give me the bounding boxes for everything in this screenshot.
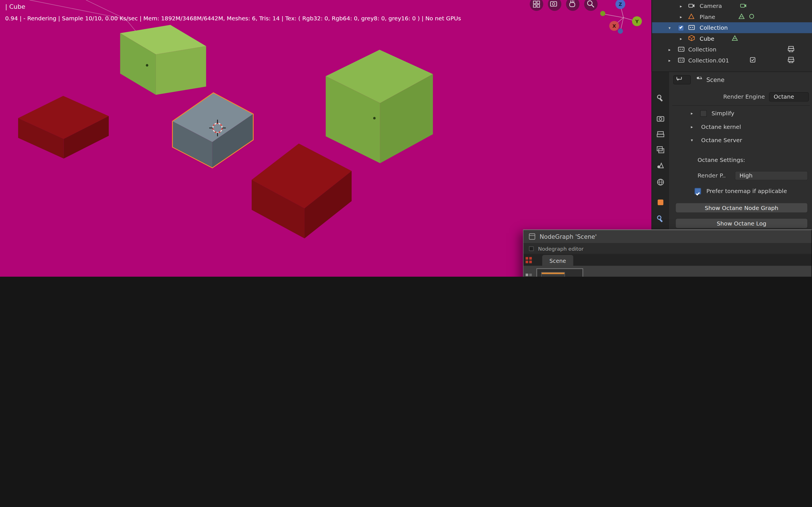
selected-gray-cube[interactable]: [173, 93, 253, 168]
outliner-label[interactable]: Collection: [688, 46, 716, 53]
nodegraph-editor-label: Nodegraph editor: [538, 246, 583, 251]
prefer-tonemap-label: Prefer tonemap if applicable: [706, 188, 787, 195]
render-priority-label: Render P..: [698, 172, 726, 179]
axis-y-label: Y: [635, 19, 639, 24]
outliner-label[interactable]: Camera: [700, 3, 722, 9]
scene-breadcrumb-label[interactable]: Scene: [706, 76, 725, 83]
prefer-tonemap-checkbox[interactable]: [694, 188, 701, 195]
render-visibility-icon[interactable]: [788, 46, 795, 53]
mesh-data-icon[interactable]: [732, 35, 738, 42]
simplify-label: Simplify: [711, 110, 734, 117]
octane-kernel-row[interactable]: ▸ Octane kernel: [669, 122, 812, 132]
axis-neg-y-ball[interactable]: [600, 11, 605, 16]
render-visibility-icon[interactable]: [788, 57, 795, 64]
outliner-row-plane[interactable]: ▸ Plane: [652, 11, 812, 22]
scene-tab-icon[interactable]: [656, 161, 666, 170]
properties-editor: Scene Render Engine Octane ▸ Simplify ▸ …: [651, 71, 812, 229]
render-stats: 0.94 | - Rendering | Sample 10/10, 0.00 …: [5, 15, 461, 22]
world-tab-icon[interactable]: [656, 178, 666, 187]
simplify-row[interactable]: ▸ Simplify: [669, 108, 812, 119]
tool-tab-icon[interactable]: [656, 94, 666, 103]
outliner-row-cube[interactable]: ▸ Cube: [652, 33, 812, 44]
collection-checkbox[interactable]: [678, 24, 684, 31]
mesh-plane-icon: [688, 13, 694, 21]
collection-icon: [678, 70, 685, 71]
nodegraph-minimap[interactable]: [537, 269, 583, 277]
outliner-row-partial[interactable]: [652, 66, 812, 71]
outliner-row-collection-001[interactable]: ▸ Collection.001: [652, 55, 812, 66]
prefer-tonemap-row[interactable]: Prefer tonemap if applicable: [669, 186, 812, 196]
properties-tab-strip: [652, 72, 669, 230]
show-node-graph-button[interactable]: Show Octane Node Graph: [675, 203, 808, 213]
graph-list-icon[interactable]: [525, 257, 533, 265]
octane-server-label: Octane Server: [701, 137, 742, 144]
render-priority-dropdown[interactable]: High: [735, 171, 808, 180]
outliner-row-collection-active[interactable]: ▾ Collection: [652, 22, 812, 33]
minimap-node: [541, 272, 565, 277]
separator: [672, 105, 810, 106]
zoom-icon[interactable]: [584, 0, 598, 11]
camera-data-icon[interactable]: [740, 2, 747, 10]
expand-icon[interactable]: ▸: [680, 14, 682, 19]
nodegraph-title: NodeGraph 'Scene': [540, 233, 597, 240]
octane-settings-label: Octane Settings:: [698, 157, 745, 164]
object-tab-icon[interactable]: [656, 198, 666, 207]
expand-icon[interactable]: ▾: [669, 25, 671, 30]
mesh-data-icon[interactable]: [739, 13, 745, 21]
red-cube-center[interactable]: [252, 144, 352, 238]
axis-neg-z-ball[interactable]: [618, 29, 623, 34]
green-cube-right[interactable]: [326, 50, 433, 163]
render-engine-dropdown[interactable]: Octane: [769, 92, 809, 102]
red-cube-left[interactable]: [18, 96, 109, 159]
tex-thumb-icon[interactable]: [525, 273, 533, 277]
mesh-cube-icon: [688, 35, 695, 43]
render-priority-row: Render P.. High: [669, 170, 812, 181]
right-panel: ▸ Camera ▸ Plane: [651, 0, 812, 229]
properties-content: Scene Render Engine Octane ▸ Simplify ▸ …: [669, 72, 812, 229]
outliner-row-collection-2[interactable]: ▸ Collection: [652, 44, 812, 55]
window-icon: [529, 233, 536, 240]
render-engine-row: Render Engine Octane: [669, 92, 812, 102]
editor-icon: [529, 246, 534, 251]
exclude-checkbox-icon[interactable]: [750, 57, 755, 64]
axis-z-label: Z: [619, 2, 622, 7]
nodegraph-subbar: Nodegraph editor: [524, 244, 811, 255]
nodegraph-window[interactable]: NodeGraph 'Scene' Nodegraph editor Scene: [523, 229, 812, 277]
pan-hand-icon[interactable]: [566, 0, 579, 11]
blender-window: Z Y X | Cube 0.94 | - Rendering | Sample…: [0, 0, 812, 277]
expand-icon[interactable]: ▸: [669, 58, 671, 63]
grid-snap-icon[interactable]: [530, 0, 544, 11]
modifier-tab-icon[interactable]: [656, 215, 666, 224]
octane-settings-row: Octane Settings:: [669, 155, 812, 165]
editor-type-selector[interactable]: [673, 75, 691, 84]
nodegraph-tab-scene[interactable]: Scene: [542, 255, 573, 266]
camera-icon: [688, 2, 695, 10]
properties-header-row: Scene: [669, 75, 812, 85]
outliner-label[interactable]: Collection: [700, 24, 728, 31]
material-data-icon[interactable]: [749, 13, 754, 21]
green-cube-left[interactable]: [120, 25, 206, 95]
axis-x-label: X: [612, 23, 616, 29]
viewport-breadcrumb: | Cube: [5, 3, 25, 10]
view-layer-tab-icon[interactable]: [656, 146, 666, 155]
axis-gizmo[interactable]: Z Y X: [600, 0, 642, 34]
viewport-nav-buttons[interactable]: [530, 0, 598, 11]
expand-icon[interactable]: ▸: [680, 36, 682, 41]
outliner-label[interactable]: Plane: [700, 13, 715, 20]
collection-icon: [678, 57, 685, 64]
nodegraph-titlebar[interactable]: NodeGraph 'Scene': [524, 230, 811, 244]
expand-icon[interactable]: ▸: [669, 47, 671, 52]
collection-icon: [688, 24, 695, 32]
show-log-button[interactable]: Show Octane Log: [675, 218, 808, 229]
expand-icon[interactable]: ▸: [680, 4, 682, 8]
outliner-label[interactable]: Collection.001: [688, 57, 729, 64]
octane-server-row[interactable]: ▾ Octane Server: [669, 135, 812, 146]
camera-view-icon[interactable]: [548, 0, 561, 11]
outliner-row-camera[interactable]: ▸ Camera: [652, 1, 812, 12]
outliner: ▸ Camera ▸ Plane: [651, 0, 812, 71]
outliner-label[interactable]: Cube: [700, 35, 714, 42]
nodegraph-canvas[interactable]: Material.001_Random Color Tex Material.0…: [524, 266, 811, 277]
simplify-checkbox[interactable]: [700, 110, 707, 117]
render-tab-icon[interactable]: [656, 114, 666, 123]
output-tab-icon[interactable]: [656, 130, 666, 139]
